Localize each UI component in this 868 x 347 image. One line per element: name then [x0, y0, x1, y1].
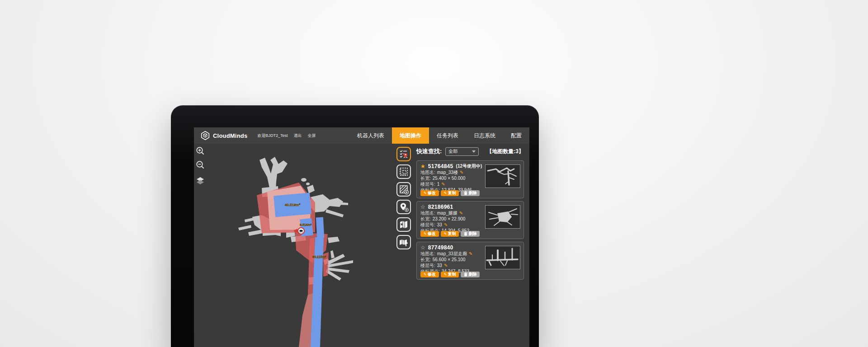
trash-icon	[464, 232, 467, 236]
chevron-down-icon	[472, 150, 476, 153]
layers-icon[interactable]	[195, 176, 205, 186]
delete-map-button[interactable]: 删除	[461, 190, 480, 196]
zoom-out-icon[interactable]	[195, 160, 205, 170]
fullscreen-link[interactable]: 全屏	[307, 133, 316, 139]
add-point-icon	[398, 202, 409, 212]
map-count-badge: 【地图数量:3】	[486, 148, 524, 155]
map-thumbnail[interactable]	[485, 246, 520, 269]
tab-robot-list[interactable]: 机器人列表	[349, 127, 392, 144]
top-nav-bar: CloudMinds 欢迎BJDT2_Test 退出 全屏 机器人列表 地图操作…	[194, 127, 529, 144]
field-label: 楼层号:	[420, 263, 435, 268]
tab-log-system[interactable]: 日志系统	[466, 127, 503, 144]
map-zoom-controls	[195, 146, 205, 186]
trash-icon	[464, 272, 467, 277]
map-size: 56.600 × 25.100	[433, 257, 466, 263]
brand: CloudMinds	[194, 127, 247, 144]
edit-map-button[interactable]: ✎修改	[420, 231, 439, 237]
app-screen: CloudMinds 欢迎BJDT2_Test 退出 全屏 机器人列表 地图操作…	[194, 127, 529, 347]
tool-map-discard-button[interactable]	[396, 217, 411, 232]
tool-map-upload-button[interactable]	[396, 235, 411, 249]
laptop-frame: CloudMinds 欢迎BJDT2_Test 退出 全屏 机器人列表 地图操作…	[171, 105, 539, 347]
task-point-list-icon	[398, 149, 409, 159]
measure-area-icon	[398, 166, 409, 177]
copy-map-button[interactable]: ✎复制	[441, 272, 459, 277]
map-thumbnail[interactable]	[485, 164, 520, 188]
map-name: map_33层走廊	[437, 251, 467, 257]
map-id: 82186961	[428, 204, 453, 210]
star-icon[interactable]: ★	[420, 164, 425, 169]
brand-name: CloudMinds	[213, 132, 247, 139]
pencil-icon: ✎	[444, 191, 447, 195]
field-label: 地图名:	[420, 210, 435, 216]
tab-config[interactable]: 配置	[503, 127, 529, 144]
tab-map-operation[interactable]: 地图操作	[392, 127, 429, 144]
tool-task-point-list-button[interactable]	[396, 147, 411, 161]
area-label-2: 8.614m²	[300, 223, 312, 226]
map-floor: 33	[437, 263, 442, 268]
field-label: 长宽:	[420, 175, 431, 181]
occupancy-map: 40.519m² 8.614m² 80.215m²	[194, 144, 396, 347]
map-thumbnail[interactable]	[485, 205, 520, 229]
webcam-dot	[354, 112, 356, 114]
map-card: ☆ 82186961 地图名:map_腿腿✎ 长宽:23.200 × 22.90…	[416, 201, 524, 239]
map-name: map_腿腿	[437, 210, 458, 216]
session-area: 欢迎BJDT2_Test 退出 全屏	[257, 127, 316, 144]
pencil-icon: ✎	[424, 191, 427, 195]
map-tool-rail	[396, 144, 412, 347]
edit-pencil-icon[interactable]: ✎	[444, 263, 448, 268]
edit-pencil-icon[interactable]: ✎	[459, 210, 463, 216]
star-icon[interactable]: ☆	[420, 245, 425, 250]
tab-task-list[interactable]: 任务列表	[429, 127, 466, 144]
map-floor: 1	[437, 181, 440, 187]
map-upload-icon	[398, 237, 409, 248]
edit-map-button[interactable]: ✎修改	[420, 272, 439, 277]
field-label: 楼层号:	[420, 181, 435, 187]
map-card-list: ★ 51764845 (12号使用中) 地图名:map_33楼✎ 长宽:25.4…	[416, 160, 524, 280]
nav-tabs: 机器人列表 地图操作 任务列表 日志系统 配置	[349, 127, 529, 144]
map-floor: 33	[437, 222, 442, 228]
field-label: 长宽:	[420, 257, 431, 263]
map-canvas[interactable]: 40.519m² 8.614m² 80.215m²	[194, 144, 396, 347]
field-label: 长宽:	[420, 216, 431, 222]
cloudminds-logo-icon	[200, 131, 210, 141]
map-id: 87749840	[428, 244, 453, 251]
panel-toolbar: 快速查找: 全部 【地图数量:3】	[416, 145, 524, 157]
edit-map-button[interactable]: ✎修改	[420, 190, 439, 196]
logout-link[interactable]: 退出	[293, 133, 302, 139]
virtual-wall-add-icon	[398, 184, 409, 195]
delete-map-button[interactable]: 删除	[461, 231, 480, 237]
edit-pencil-icon[interactable]: ✎	[469, 251, 472, 257]
map-gap	[281, 232, 286, 238]
page-background: CloudMinds 欢迎BJDT2_Test 退出 全屏 机器人列表 地图操作…	[0, 0, 868, 347]
dropdown-value: 全部	[448, 148, 458, 155]
pencil-icon: ✎	[424, 232, 427, 236]
trash-icon	[464, 191, 467, 195]
edit-pencil-icon[interactable]: ✎	[444, 222, 448, 228]
star-icon[interactable]: ☆	[420, 204, 425, 210]
map-size: 25.400 × 50.000	[433, 175, 466, 181]
edit-pencil-icon[interactable]: ✎	[460, 169, 463, 175]
map-list-panel: 快速查找: 全部 【地图数量:3】 ★ 51764845	[412, 144, 529, 347]
copy-map-button[interactable]: ✎复制	[441, 231, 459, 237]
welcome-text: 欢迎BJDT2_Test	[257, 133, 288, 139]
edit-pencil-icon[interactable]: ✎	[441, 181, 445, 187]
delete-map-button[interactable]: 删除	[461, 272, 480, 277]
pencil-icon: ✎	[444, 232, 447, 236]
map-id: 51764845	[428, 163, 453, 169]
tool-add-point-button[interactable]	[396, 200, 411, 214]
map-card: ☆ 87749840 地图名:map_33层走廊✎ 长宽:56.600 × 25…	[416, 242, 524, 280]
field-label: 地图名:	[420, 169, 435, 175]
main-content: 40.519m² 8.614m² 80.215m²	[194, 144, 529, 347]
map-size: 23.200 × 22.900	[433, 216, 466, 222]
map-in-use-note: (12号使用中)	[456, 163, 482, 169]
tool-virtual-wall-button[interactable]	[396, 182, 411, 197]
zoom-in-icon[interactable]	[195, 146, 205, 156]
quick-search-label: 快速查找:	[416, 147, 442, 155]
copy-map-button[interactable]: ✎复制	[441, 190, 459, 196]
area-label-1: 40.519m²	[285, 203, 301, 207]
area-label-3: 80.215m²	[312, 255, 326, 258]
quick-search-dropdown[interactable]: 全部	[445, 147, 479, 156]
field-label: 楼层号:	[420, 222, 435, 228]
tool-measure-area-button[interactable]	[396, 164, 411, 179]
map-discard-icon	[398, 219, 409, 230]
